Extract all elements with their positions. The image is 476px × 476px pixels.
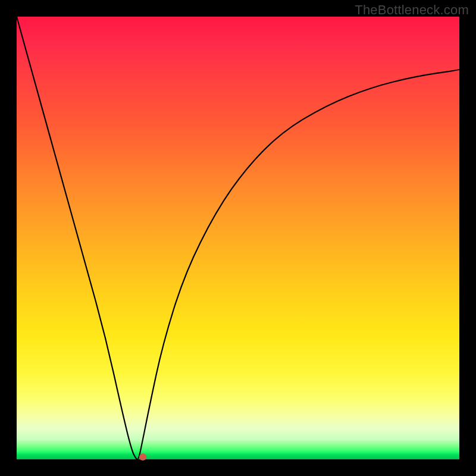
bottleneck-curve bbox=[17, 17, 459, 459]
watermark-text: TheBottleneck.com bbox=[355, 2, 469, 18]
optimal-point-marker bbox=[139, 453, 146, 461]
